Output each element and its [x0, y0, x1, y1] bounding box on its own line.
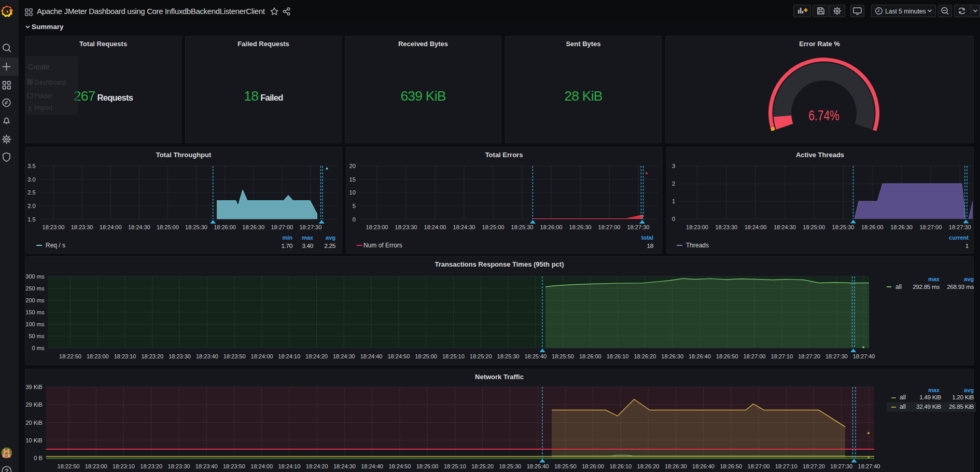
svg-text:?: ?	[5, 468, 8, 472]
svg-text:6.74%: 6.74%	[808, 107, 839, 123]
